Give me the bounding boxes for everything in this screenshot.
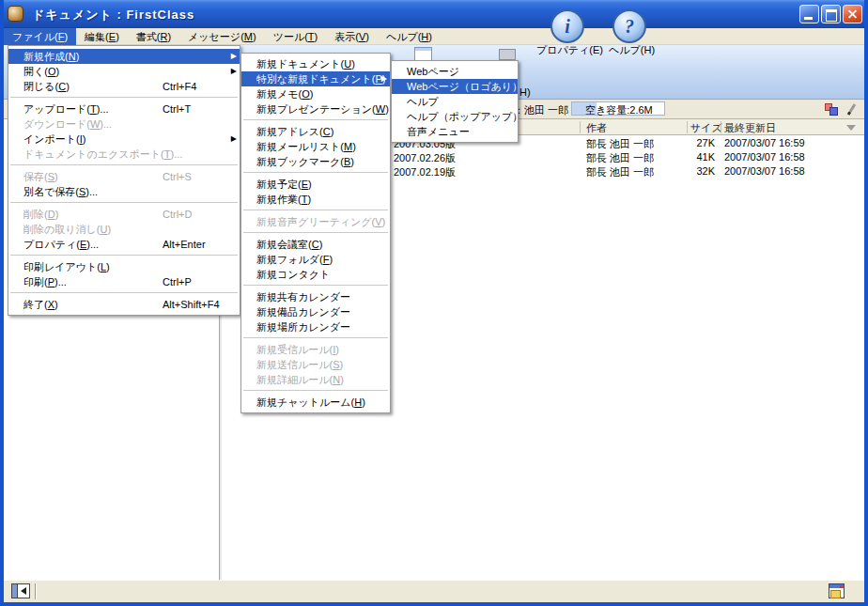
info-icon: i: [552, 11, 582, 41]
maximize-button[interactable]: [821, 5, 841, 23]
menubar-item[interactable]: 編集(E): [76, 28, 128, 45]
menu-item[interactable]: 新規作成(N)▶: [8, 49, 240, 64]
menu-item[interactable]: 音声メニュー: [392, 124, 518, 139]
menu-item[interactable]: 削除の取り消し(U): [8, 222, 240, 237]
properties-button[interactable]: i: [550, 9, 584, 43]
menu-item[interactable]: 新規場所カレンダー: [241, 319, 390, 334]
menubar-item[interactable]: ファイル(F): [4, 28, 76, 45]
help-button[interactable]: ?: [612, 9, 646, 43]
pencil-icon[interactable]: [847, 103, 856, 116]
menu-item[interactable]: 新規受信ルール(I): [241, 342, 390, 357]
menu-item[interactable]: 新規メモ(O): [241, 86, 390, 101]
menu-item-label: 新規会議室(C): [256, 239, 322, 250]
properties-button-label: プロパティ(E): [536, 43, 603, 57]
menubar-item[interactable]: ツール(T): [265, 28, 327, 45]
menu-item-label: 新規予定(E): [256, 179, 312, 190]
menu-item[interactable]: ドキュメントのエクスポート(T)...: [8, 147, 240, 162]
menu-item-label: プロパティ(E)...: [23, 239, 99, 250]
menu-item[interactable]: インポート(I)▶: [8, 132, 240, 147]
menu-item[interactable]: Webページ（ロゴあり）: [392, 79, 518, 94]
menu-item-label: 新規備品カレンダー: [256, 306, 350, 318]
menu-item[interactable]: 削除(D)Ctrl+D: [8, 207, 240, 222]
cell-modified: 2007/03/07 16:58: [724, 165, 805, 177]
column-divider[interactable]: [721, 121, 721, 133]
menu-item[interactable]: 新規備品カレンダー: [241, 304, 390, 319]
menu-item-label: 新規詳細ルール(N): [256, 374, 344, 385]
menu-item[interactable]: アップロード(T)...Ctrl+T: [8, 101, 240, 117]
menu-item-label: Webページ（ロゴあり）: [407, 81, 518, 92]
sort-arrow-icon[interactable]: [846, 125, 856, 131]
menu-separator: [241, 282, 390, 289]
menu-separator: [241, 117, 390, 124]
menu-separator: [8, 252, 240, 259]
column-header-size[interactable]: サイズ: [690, 121, 722, 135]
close-button[interactable]: [843, 5, 862, 23]
column-header-author[interactable]: 作者: [586, 121, 607, 135]
menu-item-label: 新規ブックマーク(B): [256, 156, 354, 167]
menu-item-label: 新規ドキュメント(U): [256, 58, 355, 70]
menu-item[interactable]: 特別な新規ドキュメント(P)▶: [241, 71, 390, 86]
cell-author: 部長 池田 一郎: [586, 165, 654, 179]
menu-item-shortcut: Ctrl+D: [163, 207, 192, 222]
menu-item[interactable]: 印刷レイアウト(L): [8, 259, 240, 274]
menubar-item[interactable]: 書式(R): [128, 28, 179, 45]
menu-item-label: 新規場所カレンダー: [256, 321, 350, 333]
bottom-status-bar: [4, 580, 864, 602]
menu-item[interactable]: ダウンロード(W)...: [8, 117, 240, 132]
window-panel-icon[interactable]: [829, 583, 845, 598]
column-header-modified[interactable]: 最終更新日: [724, 121, 776, 135]
menu-item[interactable]: 終了(X)Alt+Shift+F4: [8, 297, 240, 312]
menu-item-label: アップロード(T)...: [23, 103, 109, 115]
menu-item[interactable]: 新規送信ルール(S): [241, 357, 390, 372]
menu-item[interactable]: 新規共有カレンダー: [241, 289, 390, 304]
menu-item-label: 新規チャットルーム(H): [256, 396, 365, 408]
menu-item[interactable]: 新規チャットルーム(H): [241, 395, 390, 410]
menu-item-label: 新規音声グリーティング(V): [256, 216, 385, 227]
red-dot-icon: [840, 585, 843, 588]
minimize-button[interactable]: [799, 5, 819, 23]
menu-item[interactable]: 新規ドキュメント(U): [241, 56, 390, 71]
menu-item-label: Webページ: [407, 66, 459, 77]
menu-item-label: 閉じる(C): [23, 81, 70, 92]
menu-item[interactable]: 印刷(P)...Ctrl+P: [8, 274, 240, 289]
menu-item[interactable]: 新規フォルダ(F): [241, 252, 390, 267]
menu-separator: [8, 199, 240, 207]
column-divider[interactable]: [580, 121, 581, 133]
menu-item[interactable]: 保存(S)Ctrl+S: [8, 169, 240, 184]
menu-item[interactable]: 新規音声グリーティング(V): [241, 214, 390, 229]
menu-item[interactable]: プロパティ(E)...Alt+Enter: [8, 237, 240, 252]
menubar-item[interactable]: ヘルプ(H): [378, 28, 441, 45]
toolbar-icon[interactable]: [499, 49, 516, 60]
menu-item[interactable]: 開く(O)▶: [8, 64, 240, 79]
menu-item[interactable]: 新規アドレス(C): [241, 124, 390, 139]
menu-item-label: 新規送信ルール(S): [256, 359, 343, 370]
menubar-item[interactable]: 表示(V): [326, 28, 378, 45]
menu-item-label: ダウンロード(W)...: [23, 118, 112, 130]
menu-item[interactable]: 新規詳細ルール(N): [241, 372, 390, 387]
menu-item-label: 新規フォルダ(F): [256, 254, 333, 265]
menu-item[interactable]: 新規作業(T): [241, 192, 390, 207]
layers-icon[interactable]: [825, 103, 840, 117]
menu-item[interactable]: Webページ: [392, 64, 518, 79]
menu-item-label: 音声メニュー: [407, 126, 470, 137]
menu-item-shortcut: Ctrl+P: [163, 274, 192, 289]
menubar-item[interactable]: メッセージ(M): [179, 28, 265, 45]
menu-item[interactable]: 新規プレゼンテーション(W): [241, 101, 390, 117]
split-view-icon[interactable]: [11, 583, 30, 598]
menu-item[interactable]: 別名で保存(S)...: [8, 184, 240, 199]
column-divider[interactable]: [687, 121, 688, 133]
menu-item[interactable]: 新規会議室(C): [241, 237, 390, 252]
menu-item[interactable]: ヘルプ: [392, 94, 518, 109]
menu-item[interactable]: 閉じる(C)Ctrl+F4: [8, 79, 240, 94]
menu-item[interactable]: 新規予定(E): [241, 177, 390, 192]
menu-separator: [8, 289, 240, 297]
menu-item-label: ヘルプ: [407, 96, 439, 107]
menu-item[interactable]: 新規メールリスト(M): [241, 139, 390, 154]
menu-item[interactable]: ヘルプ（ポップアップ）: [392, 109, 518, 124]
menu-item[interactable]: 新規ブックマーク(B): [241, 154, 390, 169]
title-bar[interactable]: ドキュメント : FirstClass: [0, 0, 868, 28]
menu-item-label: 新規作業(T): [256, 194, 311, 205]
menu-item[interactable]: 新規コンタクト: [241, 267, 390, 282]
menu-separator: [241, 207, 390, 214]
menu-item-label: 削除の取り消し(U): [23, 224, 111, 235]
